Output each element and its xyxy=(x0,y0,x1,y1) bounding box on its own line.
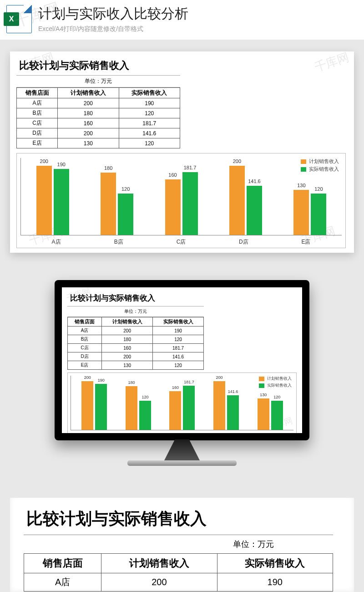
table-row: E店130120 xyxy=(17,138,180,148)
bar-actual: 181.7 xyxy=(183,386,195,430)
table-row: C店160181.7 xyxy=(68,344,204,352)
chart-container: 计划销售收入 实际销售收入 200190180120160181.7200141… xyxy=(67,373,297,433)
unit-label: 单位：万元 xyxy=(24,535,333,553)
bar-value-label: 120 xyxy=(314,186,323,192)
bar-value-label: 130 xyxy=(260,393,267,397)
bar-plan: 130 xyxy=(293,190,309,235)
bar-actual: 120 xyxy=(311,194,326,235)
bar-group: 200141.6 xyxy=(207,381,245,430)
bar-value-label: 190 xyxy=(57,162,66,167)
page-title: 计划与实际收入比较分析 xyxy=(38,5,358,23)
bar-plan: 160 xyxy=(165,179,181,235)
template-header: X 计划与实际收入比较分析 Excel/A4打印/内容随意修改/自带格式 xyxy=(0,0,364,40)
sheet-title: 比较计划与实际销售收入 xyxy=(67,291,204,306)
bar-plan: 200 xyxy=(229,166,245,235)
unit-label: 单位：万元 xyxy=(16,76,180,87)
sheet-title: 比较计划与实际销售收入 xyxy=(24,506,333,535)
bar-plan: 200 xyxy=(213,381,225,430)
col-actual: 实际销售收入 xyxy=(119,88,180,98)
bar-plan: 160 xyxy=(169,391,181,430)
bar-actual: 141.6 xyxy=(227,395,239,430)
bar-value-label: 181.7 xyxy=(184,165,197,170)
bar-actual: 190 xyxy=(95,384,107,430)
data-table: 销售店面 计划销售收入 实际销售收入 A店200190B店180120C店160… xyxy=(67,317,204,370)
bar-plan: 130 xyxy=(258,398,269,430)
table-row: E店130120 xyxy=(68,361,204,370)
bar-plan: 200 xyxy=(81,381,93,430)
x-axis-label: A店 xyxy=(25,238,87,246)
table-row: C店160181.7 xyxy=(17,118,180,128)
page-subtitle: Excel/A4打印/内容随意修改/自带格式 xyxy=(38,25,358,33)
monitor-mockup: 千库网 千库网 比较计划与实际销售收入 单位：万元 销售店面 计划销售收入 实际… xyxy=(55,280,309,466)
table-row: A店200190 xyxy=(24,573,333,592)
table-row: A店200190 xyxy=(68,327,204,335)
bar-value-label: 141.6 xyxy=(248,179,261,184)
watermark: 千库网 xyxy=(313,49,351,75)
bar-group: 180120 xyxy=(90,173,144,235)
chart-legend: 计划销售收入 实际销售收入 xyxy=(259,375,292,389)
bar-group: 200141.6 xyxy=(218,166,273,235)
bar-value-label: 200 xyxy=(233,158,241,164)
bar-actual: 190 xyxy=(54,169,69,235)
bar-group: 130120 xyxy=(283,190,337,235)
bar-value-label: 120 xyxy=(121,186,130,192)
data-table: 销售店面 计划销售收入 实际销售收入 A店200190B店180120C店160… xyxy=(16,87,180,148)
x-axis-label: D店 xyxy=(212,238,275,246)
spreadsheet-preview: 千库网 千库网 千库网 千库网 比较计划与实际销售收入 单位：万元 销售店面 计… xyxy=(10,51,354,253)
table-row: B店180120 xyxy=(17,108,180,118)
bar-group: 200190 xyxy=(25,166,80,235)
bar-plan: 180 xyxy=(101,173,116,235)
bar-actual: 120 xyxy=(139,401,151,430)
unit-label: 单位：万元 xyxy=(67,306,204,317)
bar-actual: 120 xyxy=(118,194,133,235)
bar-actual: 141.6 xyxy=(247,186,262,235)
bar-value-label: 180 xyxy=(128,380,135,385)
bar-group: 160181.7 xyxy=(154,172,208,235)
excel-file-icon: X xyxy=(6,5,32,33)
bar-plan: 180 xyxy=(126,386,137,430)
table-row: A店200190 xyxy=(17,98,180,108)
bar-group: 180120 xyxy=(120,386,157,430)
table-row: D店200141.6 xyxy=(68,352,204,361)
chart-legend: 计划销售收入 实际销售收入 xyxy=(301,157,339,174)
bar-actual: 120 xyxy=(271,401,283,430)
bar-group: 200190 xyxy=(76,381,113,430)
bar-value-label: 160 xyxy=(172,385,179,390)
table-row: D店200141.6 xyxy=(17,128,180,138)
chart-container: 计划销售收入 实际销售收入 200190180120160181.7200141… xyxy=(16,153,346,248)
x-axis-label: C店 xyxy=(150,238,212,246)
col-plan: 计划销售收入 xyxy=(58,88,119,98)
bar-value-label: 200 xyxy=(216,375,223,380)
bar-value-label: 120 xyxy=(273,395,280,399)
table-row: B店180120 xyxy=(68,335,204,344)
bar-group: 160181.7 xyxy=(163,386,201,430)
bar-group: 130120 xyxy=(251,398,289,430)
bar-value-label: 200 xyxy=(40,158,48,164)
bar-value-label: 181.7 xyxy=(184,380,194,384)
bar-plan: 200 xyxy=(36,166,52,235)
bar-value-label: 190 xyxy=(98,378,105,383)
x-axis-label: E店 xyxy=(275,238,337,246)
bar-value-label: 141.6 xyxy=(228,389,238,394)
bar-value-label: 120 xyxy=(142,395,148,399)
zoomed-sheet-fragment: 千库网 比较计划与实际销售收入 单位：万元 销售店面 计划销售收入 实际销售收入… xyxy=(10,498,354,592)
bar-value-label: 160 xyxy=(168,172,177,178)
x-axis-label: B店 xyxy=(87,238,150,246)
bar-value-label: 130 xyxy=(297,183,305,188)
data-table: 销售店面 计划销售收入 实际销售收入 A店200190 xyxy=(24,553,333,592)
sheet-title: 比较计划与实际销售收入 xyxy=(16,57,180,76)
bar-value-label: 180 xyxy=(104,165,112,171)
bar-actual: 181.7 xyxy=(182,172,198,235)
col-store: 销售店面 xyxy=(17,88,58,98)
bar-value-label: 200 xyxy=(84,375,91,380)
